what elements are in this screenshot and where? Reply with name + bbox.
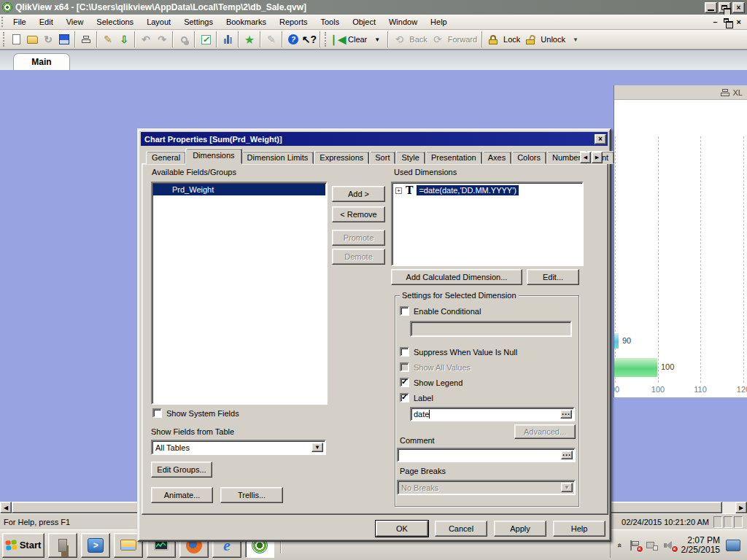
expand-plus-icon[interactable]: +	[395, 187, 402, 194]
menu-object[interactable]: Object	[346, 15, 382, 28]
close-button[interactable]: ×	[732, 2, 745, 13]
tab-expressions[interactable]: Expressions	[314, 151, 369, 164]
lock-icon[interactable]	[486, 32, 500, 47]
forward-button[interactable]: Forward	[448, 35, 477, 44]
open-file-icon[interactable]	[25, 32, 39, 47]
dialog-titlebar[interactable]: Chart Properties [Sum(Prd_Weight)] ×	[141, 132, 608, 146]
start-button[interactable]: Start	[2, 533, 44, 558]
menu-view[interactable]: View	[60, 15, 90, 28]
used-dimensions-list[interactable]: + T =date(date,'DD.MM.YYYY')	[391, 182, 584, 266]
edit-button[interactable]: Edit...	[527, 269, 579, 285]
used-dimension-row[interactable]: + T =date(date,'DD.MM.YYYY')	[392, 183, 582, 195]
toolbar-grip[interactable]	[3, 32, 7, 47]
edit-groups-button[interactable]: Edit Groups...	[151, 462, 212, 478]
label-input[interactable]: date ...	[410, 407, 575, 421]
enable-conditional-checkbox[interactable]	[400, 306, 409, 316]
mdi-restore-icon[interactable]	[724, 18, 731, 26]
list-item-prd-weight[interactable]: Prd_Weight	[153, 184, 325, 195]
printer-icon[interactable]	[721, 89, 729, 96]
menu-bookmarks[interactable]: Bookmarks	[220, 15, 273, 28]
edit-script-icon[interactable]: ✎	[101, 32, 115, 47]
current-selections-icon[interactable]: ✓	[198, 32, 213, 47]
chart-caption-bar[interactable]: XL	[614, 85, 747, 100]
menu-reports[interactable]: Reports	[273, 15, 314, 28]
cancel-button[interactable]: Cancel	[435, 521, 487, 537]
menu-settings[interactable]: Settings	[177, 15, 220, 28]
reload-icon[interactable]: ↻	[41, 32, 55, 47]
dialog-close-icon[interactable]: ×	[595, 134, 606, 144]
powershell-shortcut[interactable]: >	[81, 533, 110, 558]
animate-button[interactable]: Animate...	[151, 487, 213, 503]
chevron-down-icon[interactable]: ▼	[561, 483, 573, 492]
redo-icon[interactable]: ↷	[155, 32, 169, 47]
forward-icon[interactable]: ⟳	[430, 32, 445, 47]
tab-sort[interactable]: Sort	[369, 151, 395, 164]
clear-button[interactable]: Clear	[348, 35, 367, 44]
tab-style[interactable]: Style	[395, 151, 425, 164]
tab-presentation[interactable]: Presentation	[425, 151, 482, 164]
toolbar-overflow-icon[interactable]: ▼	[568, 32, 583, 47]
scroll-right-icon[interactable]: ▶	[735, 502, 747, 513]
whats-this-icon[interactable]: ↖?	[302, 32, 317, 47]
minimize-button[interactable]	[705, 2, 717, 13]
table-viewer-icon[interactable]: ⇩	[117, 32, 131, 47]
server-manager-shortcut[interactable]	[48, 533, 77, 558]
used-dimension-expression[interactable]: =date(date,'DD.MM.YYYY')	[417, 185, 519, 195]
toolbar-grip[interactable]	[325, 32, 328, 47]
new-document-icon[interactable]	[9, 32, 23, 47]
bar-segment[interactable]	[614, 358, 657, 377]
tray-network-icon[interactable]	[646, 540, 658, 551]
back-button[interactable]: Back	[409, 35, 427, 44]
promote-button[interactable]: Promote	[332, 230, 385, 246]
show-legend-checkbox[interactable]	[400, 378, 409, 387]
label-checkbox[interactable]	[400, 393, 409, 402]
available-fields-list[interactable]: Prd_Weight	[151, 182, 328, 405]
menu-window[interactable]: Window	[382, 15, 424, 28]
show-system-fields-checkbox[interactable]	[152, 408, 162, 418]
search-icon[interactable]	[177, 32, 191, 47]
unlock-icon[interactable]	[523, 32, 538, 47]
excel-export-icon[interactable]: XL	[733, 88, 743, 97]
menu-selections[interactable]: Selections	[90, 15, 140, 28]
save-icon[interactable]	[57, 32, 71, 47]
show-desktop-button[interactable]	[726, 540, 740, 551]
mdi-close-icon[interactable]: ×	[737, 18, 741, 26]
print-icon[interactable]	[79, 32, 93, 47]
favorites-icon[interactable]: ★	[242, 32, 257, 47]
sheet-tab-main[interactable]: Main	[13, 53, 70, 70]
advanced-button[interactable]: Advanced...	[514, 424, 576, 439]
tab-axes[interactable]: Axes	[482, 151, 511, 164]
menu-edit[interactable]: Edit	[33, 15, 60, 28]
remove-button[interactable]: < Remove	[332, 206, 385, 222]
tab-scroll-right-icon[interactable]: ▶	[592, 152, 603, 163]
demote-button[interactable]: Demote	[332, 249, 385, 265]
apply-button[interactable]: Apply	[494, 521, 546, 537]
tab-colors[interactable]: Colors	[511, 151, 546, 164]
lock-button[interactable]: Lock	[503, 35, 520, 44]
clear-icon[interactable]: ❘◀	[330, 32, 345, 47]
add-calculated-dimension-button[interactable]: Add Calculated Dimension...	[391, 269, 522, 285]
help-button[interactable]: Help	[553, 521, 605, 537]
chevron-down-icon[interactable]: ▼	[370, 32, 384, 47]
scroll-left-icon[interactable]: ◀	[0, 502, 12, 513]
tab-general[interactable]: General	[146, 151, 186, 164]
restore-button[interactable]	[719, 2, 731, 13]
tray-chevron-icon[interactable]: «	[616, 542, 625, 547]
show-all-values-checkbox[interactable]	[400, 362, 409, 372]
help-icon[interactable]: ?	[286, 32, 301, 47]
label-ellipsis-button[interactable]: ...	[560, 410, 572, 419]
menu-file[interactable]: File	[7, 15, 33, 28]
unlock-button[interactable]: Unlock	[541, 35, 565, 44]
add-button[interactable]: Add >	[332, 186, 385, 202]
menu-layout[interactable]: Layout	[140, 15, 177, 28]
chart-object[interactable]: XL 9010011012090100	[614, 85, 747, 397]
trellis-button[interactable]: Trellis...	[220, 487, 283, 503]
table-select[interactable]: All Tables ▼	[151, 440, 326, 455]
page-breaks-select[interactable]: No Breaks ▼	[397, 480, 576, 495]
tab-dimensions[interactable]: Dimensions	[185, 148, 241, 164]
comment-ellipsis-button[interactable]: ...	[561, 451, 573, 459]
ok-button[interactable]: OK	[376, 521, 428, 537]
tab-dimension-limits[interactable]: Dimension Limits	[241, 151, 314, 164]
tab-scroll-left-icon[interactable]: ◀	[580, 152, 591, 163]
back-icon[interactable]: ⟲	[392, 32, 406, 47]
